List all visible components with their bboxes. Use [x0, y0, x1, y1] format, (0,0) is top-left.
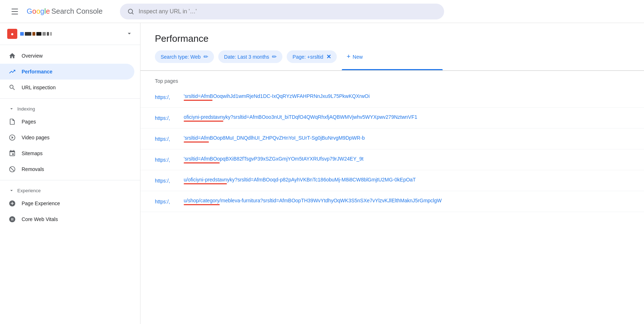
search-input[interactable]: [139, 8, 437, 15]
file-icon: [9, 118, 16, 125]
core-web-vitals-icon: [9, 216, 16, 223]
favicon-2: [25, 32, 31, 36]
search-sidebar-icon: [9, 84, 16, 91]
filter-search-type-label: Search type: Web: [161, 54, 201, 60]
sidebar-item-removals[interactable]: Removals: [0, 161, 134, 177]
url-wrapper-4: 'srsltid=AfmBOopqBXiB82fTsgvP39xSZGxGmjY…: [184, 156, 630, 163]
url-short-2: https:/,: [155, 115, 184, 121]
logo-e: e: [46, 7, 50, 15]
logo-o2: o: [36, 7, 40, 15]
edit-date-icon: ✏: [272, 53, 277, 60]
sidebar-divider-1: [0, 98, 140, 99]
main-content: Performance Search type: Web ✏ Date: Las…: [140, 23, 644, 324]
sidebar-section-indexing[interactable]: Indexing: [0, 102, 140, 114]
property-icon: ●: [7, 29, 17, 39]
property-favicon-row: [20, 32, 123, 36]
sidebar-item-page-experience[interactable]: Page Experience: [0, 195, 134, 211]
filter-date-label: Date: Last 3 months: [224, 54, 269, 60]
filter-date[interactable]: Date: Last 3 months ✏: [218, 50, 282, 63]
property-dropdown-arrow[interactable]: [126, 30, 133, 38]
svg-line-1: [132, 13, 134, 14]
url-short-1: https:/,: [155, 94, 184, 100]
sidebar-item-sitemaps[interactable]: Sitemaps: [0, 145, 134, 161]
sidebar-divider-2: [0, 180, 140, 180]
url-long-1: 'srsltid=AfmBOoqwihJd1wmRjeNd1DC-IxQqRYz…: [184, 93, 630, 99]
red-underline-1: [184, 100, 213, 101]
red-underline-5: [184, 183, 227, 184]
page-title-area: Performance: [140, 23, 644, 50]
red-underline-2: [184, 121, 223, 122]
search-icon: [127, 8, 134, 15]
url-wrapper-2: oficiyni-predstavnyky?srsltid=AfmBOoo3nU…: [184, 114, 630, 122]
sidebar-item-pages[interactable]: Pages: [0, 114, 134, 130]
sidebar-label-core-web-vitals: Core Web Vitals: [22, 216, 58, 222]
new-filter-label: New: [353, 54, 363, 60]
table-row[interactable]: https:/, 'srsltid=AfmBOoqwihJd1wmRjeNd1D…: [140, 87, 644, 108]
video-icon: [9, 134, 16, 141]
filter-page-label: Page: +srsltid: [292, 54, 323, 60]
url-wrapper-3: 'srsltid=AfmBOop8MuI_DNQdlhUI_ZHPQvZHnYo…: [184, 135, 630, 143]
favicon-7: [50, 32, 52, 36]
favicon-5: [43, 32, 46, 36]
filter-page[interactable]: Page: +srsltid ✕: [287, 50, 336, 63]
indexing-label: Indexing: [17, 106, 35, 112]
sidebar-label-video-pages: Video pages: [22, 135, 50, 140]
filter-bar: Search type: Web ✏ Date: Last 3 months ✏…: [140, 50, 644, 69]
url-long-6: u/shop/category/mebleva-furnitura?srslti…: [184, 198, 630, 203]
favicon-6: [47, 32, 49, 36]
top-pages-table: https:/, 'srsltid=AfmBOoqwihJd1wmRjeNd1D…: [140, 87, 644, 212]
property-selector[interactable]: ●: [0, 23, 140, 45]
active-tab-indicator: [342, 69, 443, 70]
red-underline-6: [184, 204, 220, 205]
favicon-3: [32, 32, 35, 36]
url-long-4: 'srsltid=AfmBOopqBXiB82fTsgvP39xSZGxGmjY…: [184, 156, 630, 162]
top-pages-section-header: Top pages: [140, 71, 644, 87]
trending-up-icon: [9, 68, 16, 75]
home-icon: [9, 52, 16, 59]
table-row[interactable]: https:/, 'srsltid=AfmBOopqBXiB82fTsgvP39…: [140, 149, 644, 170]
filter-search-type[interactable]: Search type: Web ✏: [155, 50, 214, 63]
property-info: [20, 32, 123, 36]
favicon-4: [36, 32, 41, 36]
table-row[interactable]: https:/, u/shop/category/mebleva-furnitu…: [140, 191, 644, 212]
logo-product-name: Search Console: [52, 7, 103, 15]
url-long-5: u/oficiyni-predstavnyky?srsltid=AfmBOoqd…: [184, 177, 630, 183]
menu-button[interactable]: [9, 6, 21, 17]
sidebar-item-url-inspection[interactable]: URL inspection: [0, 80, 134, 95]
url-short-6: https:/,: [155, 199, 184, 204]
table-row[interactable]: https:/, oficiyni-predstavnyky?srsltid=A…: [140, 108, 644, 129]
chevron-down-icon: [9, 106, 14, 112]
url-short-4: https:/,: [155, 157, 184, 163]
logo-o1: o: [32, 7, 36, 15]
svg-point-0: [128, 9, 133, 13]
logo-G: G: [27, 7, 32, 15]
url-inspection-bar[interactable]: [120, 4, 444, 19]
url-long-3: 'srsltid=AfmBOop8MuI_DNQdlhUI_ZHPQvZHnYo…: [184, 135, 630, 141]
sidebar: ● Overview: [0, 23, 140, 324]
logo-google: Google: [27, 7, 50, 15]
sidebar-label-sitemaps: Sitemaps: [22, 150, 43, 156]
remove-page-filter-icon[interactable]: ✕: [326, 53, 331, 60]
tabs-indicator: [155, 69, 630, 70]
sidebar-item-overview[interactable]: Overview: [0, 48, 134, 64]
sidebar-item-performance[interactable]: Performance: [0, 64, 134, 80]
page-experience-icon: [9, 200, 16, 207]
url-long-2: oficiyni-predstavnyky?srsltid=AfmBOoo3nU…: [184, 114, 630, 120]
new-filter-button[interactable]: + New: [341, 50, 369, 63]
top-pages-label: Top pages: [155, 78, 178, 84]
sidebar-label-overview: Overview: [22, 53, 43, 59]
favicon-1: [20, 32, 24, 36]
url-short-5: https:/,: [155, 178, 184, 184]
chevron-down-experience-icon: [9, 188, 14, 193]
sidebar-label-performance: Performance: [22, 69, 53, 75]
sidebar-section-experience[interactable]: Experience: [0, 183, 140, 195]
header: Google Search Console: [0, 0, 644, 23]
table-row[interactable]: https:/, u/oficiyni-predstavnyky?srsltid…: [140, 170, 644, 191]
logo-g: g: [40, 7, 44, 15]
sidebar-item-core-web-vitals[interactable]: Core Web Vitals: [0, 211, 134, 227]
sidebar-label-pages: Pages: [22, 119, 36, 125]
url-short-3: https:/,: [155, 136, 184, 142]
table-row[interactable]: https:/, 'srsltid=AfmBOop8MuI_DNQdlhUI_Z…: [140, 129, 644, 149]
sidebar-item-video-pages[interactable]: Video pages: [0, 130, 134, 145]
main-layout: ● Overview: [0, 23, 644, 324]
